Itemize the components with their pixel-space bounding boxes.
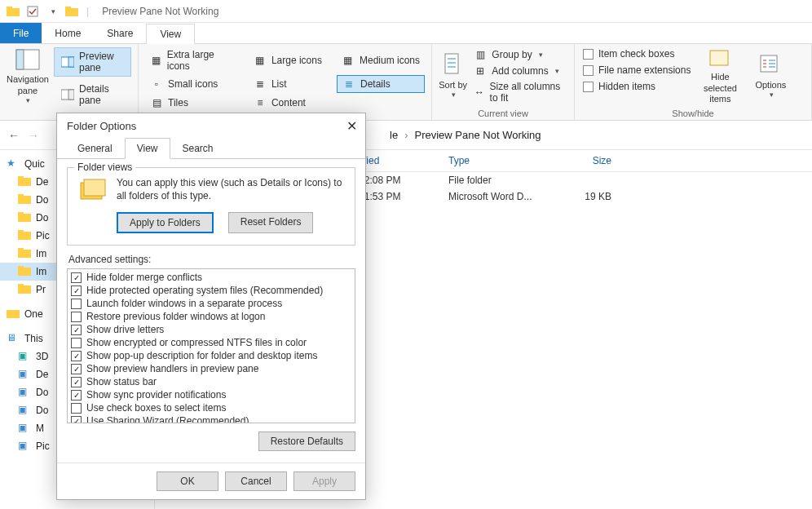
checkbox-icon[interactable]: ✓ bbox=[71, 325, 82, 335]
checkbox-icon[interactable] bbox=[71, 338, 82, 348]
tab-share[interactable]: Share bbox=[94, 23, 146, 43]
breadcrumb-segment[interactable]: Preview Pane Not Working bbox=[414, 129, 541, 141]
qat-checkbox-icon[interactable] bbox=[25, 4, 40, 19]
dialog-tab-view[interactable]: View bbox=[125, 138, 170, 159]
layout-list[interactable]: ≣List bbox=[249, 75, 327, 93]
checkbox-icon[interactable]: ✓ bbox=[71, 416, 82, 424]
sort-by-button[interactable]: Sort by▾ bbox=[439, 47, 467, 104]
svg-rect-28 bbox=[18, 266, 24, 269]
checkbox-icon[interactable]: ✓ bbox=[71, 285, 82, 296]
checkbox-icon[interactable]: ✓ bbox=[71, 390, 82, 401]
preview-pane-button[interactable]: Preview pane bbox=[54, 47, 131, 77]
dialog-title: Folder Options bbox=[67, 120, 136, 132]
file-name-ext-toggle[interactable]: File name extensions bbox=[581, 64, 692, 77]
advanced-setting-item[interactable]: Use check boxes to select items bbox=[71, 401, 351, 414]
back-button[interactable]: ← bbox=[8, 129, 20, 142]
checkbox-icon[interactable]: ✓ bbox=[71, 377, 82, 387]
checkbox-icon[interactable]: ✓ bbox=[71, 351, 82, 361]
tab-file[interactable]: File bbox=[0, 23, 42, 43]
layout-xl-icons[interactable]: ▦Extra large icons bbox=[145, 47, 239, 73]
title-bar: ▾ | Preview Pane Not Working bbox=[0, 0, 812, 23]
advanced-setting-item[interactable]: ✓Show pop-up description for folder and … bbox=[71, 349, 351, 362]
hidden-items-toggle[interactable]: Hidden items bbox=[581, 80, 692, 93]
options-button[interactable]: Options▾ bbox=[748, 47, 793, 104]
advanced-setting-item[interactable]: ✓Hide folder merge conflicts bbox=[71, 271, 351, 284]
details-pane-label: Details pane bbox=[79, 83, 124, 106]
hide-selected-button[interactable]: Hide selected items bbox=[697, 47, 743, 104]
column-type[interactable]: Type bbox=[440, 150, 554, 171]
layout-medium-icons[interactable]: ▦Medium icons bbox=[337, 47, 425, 73]
svg-rect-10 bbox=[68, 90, 74, 100]
folder-views-text: You can apply this view (such as Details… bbox=[117, 176, 345, 206]
item-check-boxes-toggle[interactable]: Item check boxes bbox=[581, 47, 692, 60]
svg-rect-33 bbox=[84, 179, 105, 196]
group-current-view-label: Current view bbox=[439, 107, 567, 118]
layout-content[interactable]: ≡Content bbox=[249, 95, 327, 111]
checkbox-icon[interactable] bbox=[71, 299, 82, 309]
group-by-button[interactable]: ▥Group by▾ bbox=[472, 47, 567, 62]
navigation-pane-label: Navigation pane bbox=[7, 74, 49, 95]
svg-rect-18 bbox=[18, 176, 24, 179]
svg-rect-1 bbox=[7, 7, 12, 10]
svg-rect-6 bbox=[16, 50, 24, 69]
svg-rect-15 bbox=[710, 51, 728, 65]
hide-selected-label: Hide selected items bbox=[697, 72, 743, 104]
svg-rect-8 bbox=[68, 57, 74, 67]
dialog-tab-general[interactable]: General bbox=[65, 138, 125, 159]
advanced-setting-item[interactable]: ✓Show sync provider notifications bbox=[71, 388, 351, 401]
tab-home[interactable]: Home bbox=[42, 23, 94, 43]
svg-rect-20 bbox=[18, 194, 24, 197]
svg-rect-11 bbox=[445, 54, 458, 73]
pc-icon: 🖥 bbox=[7, 332, 20, 345]
advanced-settings-list[interactable]: ✓Hide folder merge conflicts✓Hide protec… bbox=[67, 268, 355, 423]
layout-small-icons[interactable]: ▫Small icons bbox=[145, 75, 239, 93]
advanced-setting-item[interactable]: Restore previous folder windows at logon bbox=[71, 310, 351, 323]
apply-to-folders-button[interactable]: Apply to Folders bbox=[117, 212, 214, 233]
column-size[interactable]: Size bbox=[554, 150, 620, 171]
advanced-setting-item[interactable]: Launch folder windows in a separate proc… bbox=[71, 297, 351, 310]
size-columns-button[interactable]: ↔Size all columns to fit bbox=[472, 80, 567, 104]
star-icon: ★ bbox=[7, 157, 20, 170]
breadcrumb-segment[interactable]: le bbox=[390, 129, 398, 141]
checkbox-icon[interactable]: ✓ bbox=[71, 364, 82, 374]
sort-by-label: Sort by bbox=[439, 80, 467, 91]
tab-view[interactable]: View bbox=[146, 24, 195, 44]
folder-views-group: Folder views You can apply this view (su… bbox=[67, 167, 355, 246]
svg-rect-24 bbox=[18, 230, 24, 233]
reset-folders-button[interactable]: Reset Folders bbox=[228, 212, 314, 233]
ribbon-tabs: File Home Share View bbox=[0, 23, 812, 44]
svg-rect-22 bbox=[18, 212, 24, 215]
svg-rect-31 bbox=[7, 310, 20, 318]
navigation-pane-button[interactable]: Navigation pane▾ bbox=[7, 47, 49, 104]
add-columns-button[interactable]: ⊞Add columns▾ bbox=[472, 64, 567, 78]
advanced-setting-item[interactable]: ✓Show drive letters bbox=[71, 323, 351, 336]
svg-rect-30 bbox=[18, 284, 24, 287]
checkbox-icon[interactable] bbox=[71, 312, 82, 322]
advanced-setting-item[interactable]: ✓Hide protected operating system files (… bbox=[71, 284, 351, 297]
advanced-setting-item[interactable]: ✓Use Sharing Wizard (Recommended) bbox=[71, 414, 351, 423]
svg-rect-4 bbox=[65, 7, 71, 10]
checkbox-icon[interactable]: ✓ bbox=[71, 272, 82, 283]
close-button[interactable]: ✕ bbox=[346, 118, 357, 134]
restore-defaults-button[interactable]: Restore Defaults bbox=[258, 432, 355, 451]
layout-large-icons[interactable]: ▦Large icons bbox=[249, 47, 327, 73]
ok-button[interactable]: OK bbox=[157, 471, 218, 491]
svg-rect-2 bbox=[28, 7, 38, 16]
apply-button[interactable]: Apply bbox=[293, 471, 355, 491]
advanced-setting-item[interactable]: ✓Show preview handlers in preview pane bbox=[71, 362, 351, 375]
cancel-button[interactable]: Cancel bbox=[225, 471, 287, 491]
chevron-right-icon: › bbox=[404, 129, 408, 141]
checkbox-icon[interactable] bbox=[71, 403, 82, 414]
forward-button[interactable]: → bbox=[28, 129, 39, 142]
folder-options-dialog: Folder Options ✕ General View Search Fol… bbox=[56, 113, 366, 500]
qat-caret-icon[interactable]: ▾ bbox=[45, 4, 60, 19]
dialog-tab-search[interactable]: Search bbox=[170, 138, 226, 159]
layout-details[interactable]: ≣Details bbox=[337, 75, 425, 93]
details-pane-button[interactable]: Details pane bbox=[54, 80, 131, 109]
layout-tiles[interactable]: ▤Tiles bbox=[145, 95, 239, 111]
advanced-settings-label: Advanced settings: bbox=[68, 254, 355, 265]
advanced-setting-item[interactable]: ✓Show status bar bbox=[71, 375, 351, 388]
folders-icon bbox=[77, 176, 107, 206]
advanced-setting-item[interactable]: Show encrypted or compressed NTFS files … bbox=[71, 336, 351, 349]
folder-icon bbox=[6, 4, 20, 19]
